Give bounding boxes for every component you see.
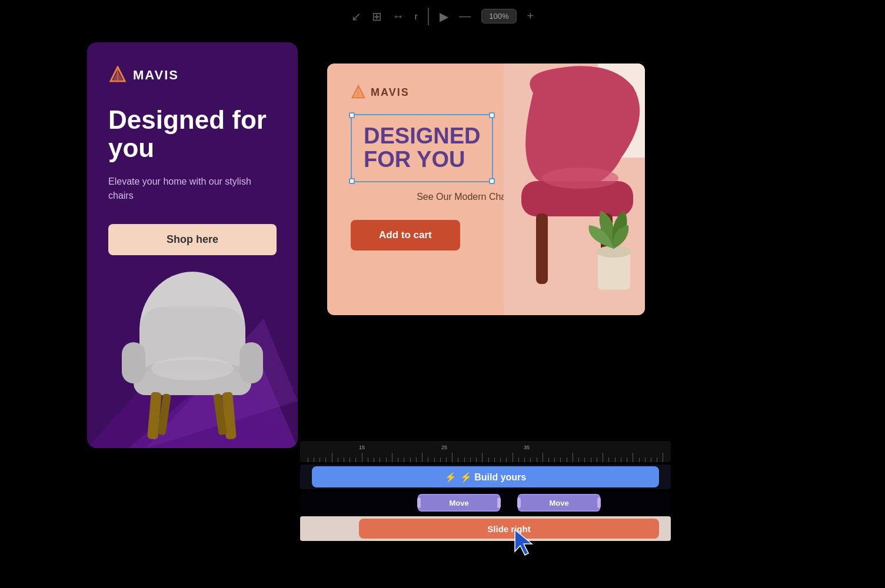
left-panel-chair — [104, 260, 281, 448]
toolbar-icon-r[interactable]: r — [415, 12, 418, 21]
cursor-arrow — [512, 527, 535, 559]
selection-handle-br[interactable] — [489, 178, 495, 184]
build-yours-label: ⚡ Build yours — [460, 472, 526, 483]
add-to-cart-button[interactable]: Add to cart — [351, 220, 460, 250]
toolbar-icon-back[interactable]: ↙ — [351, 9, 361, 24]
move-block-2-handle-right[interactable] — [597, 497, 601, 508]
left-panel-headline: Designed for you — [108, 106, 277, 163]
toolbar: ↙ ⊞ ↔ r ▶ — 100% + — [0, 0, 885, 32]
build-yours-button[interactable]: ⚡ ⚡ Build yours — [312, 466, 659, 487]
slide-right-block[interactable]: Slide right — [359, 519, 659, 539]
headline-selection-box[interactable]: DESIGNED FOR YOU — [351, 114, 493, 182]
right-panel-headline: DESIGNED FOR YOU — [364, 125, 480, 172]
left-panel-logo: MAVIS — [108, 66, 277, 85]
toolbar-divider — [428, 8, 429, 25]
toolbar-icon-plus[interactable]: + — [527, 9, 534, 23]
mavis-logo-icon-left — [108, 66, 127, 85]
svg-rect-21 — [536, 213, 548, 284]
right-panel-banner-ad: MAVIS DESIGNED FOR YOU See Our Modern Ch… — [327, 64, 645, 315]
move-block-2[interactable]: Move — [518, 494, 600, 512]
right-panel-logo-text: MAVIS — [371, 86, 410, 99]
right-panel-chair-area — [504, 64, 645, 315]
shop-here-button[interactable]: Shop here — [108, 224, 277, 255]
left-panel-mobile-ad: MAVIS Designed for you Elevate your home… — [87, 42, 298, 448]
left-panel-logo-text: MAVIS — [133, 68, 179, 83]
toolbar-icon-dash[interactable]: — — [459, 9, 471, 23]
toolbar-zoom[interactable]: 100% — [481, 9, 516, 24]
move-block-1[interactable]: Move — [418, 494, 500, 512]
selection-handle-bl[interactable] — [349, 178, 355, 184]
ruler-mark-35: 35 — [524, 445, 530, 450]
move-block-2-handle-left[interactable] — [517, 497, 521, 508]
svg-point-16 — [151, 357, 234, 380]
mavis-logo-icon-right — [351, 85, 366, 100]
ruler-mark-15: 15 — [359, 445, 365, 450]
move-track-row: Move Move — [300, 492, 671, 514]
timeline-area: 15 25 35 // Generate tick marks inline f… — [300, 441, 671, 541]
svg-point-25 — [542, 168, 618, 189]
right-panel-chair — [504, 64, 645, 315]
toolbar-icon-play[interactable]: ▶ — [440, 9, 448, 24]
left-panel-subtext: Elevate your home with our stylish chair… — [108, 175, 277, 203]
toolbar-icon-resize[interactable]: ↔ — [392, 9, 404, 23]
svg-rect-11 — [239, 342, 263, 383]
move-label-1: Move — [449, 499, 468, 507]
move-block-1-handle-right[interactable] — [497, 497, 501, 508]
move-block-1-handle-left[interactable] — [417, 497, 421, 508]
timeline-ruler: 15 25 35 // Generate tick marks inline f… — [300, 441, 671, 462]
toolbar-icon-grid[interactable]: ⊞ — [372, 9, 382, 24]
ruler-mark-25: 25 — [441, 445, 447, 450]
build-yours-track-row: ⚡ ⚡ Build yours — [300, 465, 671, 489]
slide-right-row: Slide right — [300, 516, 671, 541]
bolt-icon: ⚡ — [445, 472, 457, 483]
move-label-2: Move — [549, 499, 568, 507]
svg-rect-10 — [122, 342, 145, 383]
selection-handle-tl[interactable] — [349, 112, 355, 118]
selection-handle-tr[interactable] — [489, 112, 495, 118]
